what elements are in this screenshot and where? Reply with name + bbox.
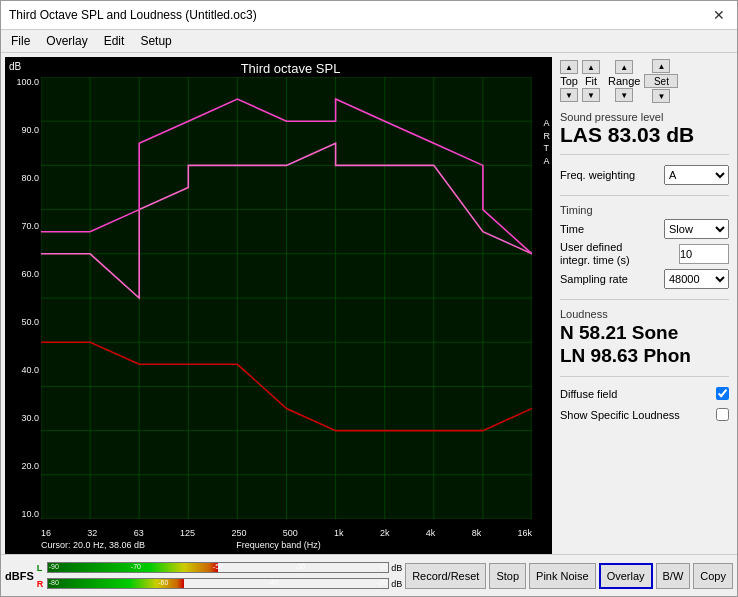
- chart-svg: [41, 77, 532, 519]
- y-label-90: 90.0: [5, 125, 41, 135]
- dBFS-label: dBFS: [5, 570, 34, 582]
- timing-section: Timing Time SlowFastImpulse User defined…: [560, 204, 729, 291]
- freq-weighting-select[interactable]: ABCZ: [664, 165, 729, 185]
- y-label-40: 40.0: [5, 365, 41, 375]
- range-down-button[interactable]: ▼: [615, 88, 633, 102]
- level-meters: L -90 -70 -50 -30 -10 dB R: [37, 561, 402, 591]
- loudness-n-value: N 58.21 Sone: [560, 322, 729, 345]
- bottom-bar: dBFS L -90 -70 -50 -30 -10: [1, 554, 737, 596]
- x-label-500: 500: [283, 528, 298, 538]
- db-axis-label: dB: [9, 61, 21, 72]
- set-group: ▲ Set ▼: [644, 59, 678, 103]
- overlay-button[interactable]: Overlay: [599, 563, 653, 589]
- specific-checkbox[interactable]: [716, 408, 729, 421]
- x-label-16: 16: [41, 528, 51, 538]
- y-label-10: 10.0: [5, 509, 41, 519]
- fit-up-button[interactable]: ▲: [582, 60, 600, 74]
- R-db-label: dB: [391, 579, 402, 589]
- diffuse-checkbox[interactable]: [716, 387, 729, 400]
- spl-section: Sound pressure level LAS 83.03 dB: [560, 111, 729, 146]
- divider-1: [560, 154, 729, 155]
- divider-2: [560, 195, 729, 196]
- integr-input[interactable]: [679, 244, 729, 264]
- loudness-section-label: Loudness: [560, 308, 729, 320]
- divider-3: [560, 299, 729, 300]
- x-label-63: 63: [134, 528, 144, 538]
- range-label: Range: [608, 75, 640, 87]
- time-select[interactable]: SlowFastImpulse: [664, 219, 729, 239]
- x-label-4k: 4k: [426, 528, 436, 538]
- L-label: L: [37, 563, 47, 573]
- spl-value: LAS 83.03 dB: [560, 123, 729, 146]
- range-group: ▲ Range ▼: [608, 60, 640, 102]
- sampling-row: Sampling rate 441004800096000: [560, 269, 729, 289]
- bw-button[interactable]: B/W: [656, 563, 691, 589]
- stop-button[interactable]: Stop: [489, 563, 526, 589]
- top-up-button[interactable]: ▲: [560, 60, 578, 74]
- freq-weighting-label: Freq. weighting: [560, 169, 635, 181]
- y-label-100: 100.0: [5, 77, 41, 87]
- L-meter-row: L -90 -70 -50 -30 -10 dB: [37, 561, 402, 575]
- x-label-16k: 16k: [517, 528, 532, 538]
- bottom-buttons: Record/Reset Stop Pink Noise Overlay B/W…: [405, 563, 733, 589]
- diffuse-label: Diffuse field: [560, 388, 617, 400]
- x-label-8k: 8k: [472, 528, 482, 538]
- fit-group: ▲ Fit ▼: [582, 60, 600, 102]
- y-label-20: 20.0: [5, 461, 41, 471]
- x-axis: 16 32 63 125 250 500 1k 2k 4k 8k 16k: [41, 528, 532, 538]
- record-reset-button[interactable]: Record/Reset: [405, 563, 486, 589]
- top-group: ▲ Top ▼: [560, 60, 578, 102]
- R-meter-ticks: -80 -60 -40 -20: [48, 579, 388, 588]
- window-title: Third Octave SPL and Loudness (Untitled.…: [9, 8, 257, 22]
- loudness-section: Loudness N 58.21 Sone LN 98.63 Phon: [560, 308, 729, 368]
- main-window: Third Octave SPL and Loudness (Untitled.…: [0, 0, 738, 597]
- x-label-250: 250: [231, 528, 246, 538]
- time-row: Time SlowFastImpulse: [560, 219, 729, 239]
- chart-area: Third octave SPL dB ARTA: [5, 57, 552, 554]
- cursor-info: Cursor: 20.0 Hz, 38.06 dB: [41, 540, 145, 550]
- x-label-32: 32: [87, 528, 97, 538]
- y-label-50: 50.0: [5, 317, 41, 327]
- menu-bar: File Overlay Edit Setup: [1, 30, 737, 53]
- L-meter-bar: -90 -70 -50 -30 -10: [47, 562, 389, 573]
- time-label: Time: [560, 223, 584, 235]
- fit-down-button[interactable]: ▼: [582, 88, 600, 102]
- top-down-button[interactable]: ▼: [560, 88, 578, 102]
- menu-overlay[interactable]: Overlay: [40, 32, 93, 50]
- loudness-ln-value: LN 98.63 Phon: [560, 345, 729, 368]
- divider-4: [560, 376, 729, 377]
- freq-weighting-row: Freq. weighting ABCZ: [560, 165, 729, 185]
- arta-label: ARTA: [544, 117, 551, 167]
- R-meter-bar: -80 -60 -40 -20: [47, 578, 389, 589]
- menu-file[interactable]: File: [5, 32, 36, 50]
- range-up-button[interactable]: ▲: [615, 60, 633, 74]
- R-meter-row: R -80 -60 -40 -20 dB: [37, 577, 402, 591]
- main-content: Third octave SPL dB ARTA: [1, 53, 737, 554]
- set-button[interactable]: Set: [644, 74, 678, 88]
- title-bar: Third Octave SPL and Loudness (Untitled.…: [1, 1, 737, 30]
- L-db-label: dB: [391, 563, 402, 573]
- integr-row: User definedintegr. time (s): [560, 241, 729, 267]
- copy-button[interactable]: Copy: [693, 563, 733, 589]
- x-label-2k: 2k: [380, 528, 390, 538]
- right-panel: ▲ Top ▼ ▲ Fit ▼ ▲ Range ▼ ▲ Set ▼: [552, 53, 737, 554]
- specific-row: Show Specific Loudness: [560, 408, 729, 421]
- menu-setup[interactable]: Setup: [134, 32, 177, 50]
- sampling-select[interactable]: 441004800096000: [664, 269, 729, 289]
- menu-edit[interactable]: Edit: [98, 32, 131, 50]
- specific-label: Show Specific Loudness: [560, 409, 680, 421]
- set-down-button[interactable]: ▼: [652, 89, 670, 103]
- pink-noise-button[interactable]: Pink Noise: [529, 563, 596, 589]
- freq-band-label: Frequency band (Hz): [236, 540, 321, 550]
- x-label-1k: 1k: [334, 528, 344, 538]
- close-button[interactable]: ✕: [709, 7, 729, 23]
- top-label: Top: [560, 75, 578, 87]
- diffuse-row: Diffuse field: [560, 387, 729, 400]
- set-up-button[interactable]: ▲: [652, 59, 670, 73]
- L-meter-ticks: -90 -70 -50 -30 -10: [48, 563, 388, 572]
- timing-label: Timing: [560, 204, 729, 216]
- x-label-125: 125: [180, 528, 195, 538]
- y-label-70: 70.0: [5, 221, 41, 231]
- integr-label: User definedintegr. time (s): [560, 241, 630, 267]
- sampling-label: Sampling rate: [560, 273, 628, 285]
